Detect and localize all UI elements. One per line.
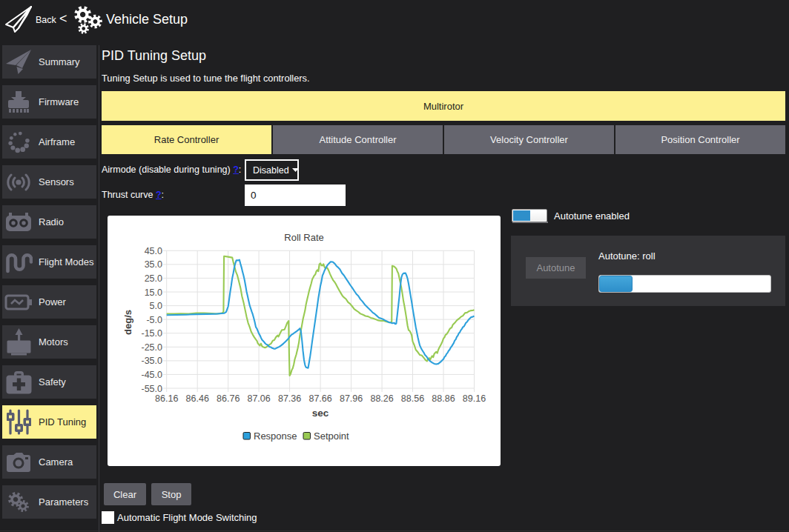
svg-text:88.86: 88.86 <box>432 393 455 404</box>
svg-text:-15.0: -15.0 <box>142 328 163 339</box>
svg-text:87.06: 87.06 <box>247 393 270 404</box>
svg-text:5.0: 5.0 <box>150 301 162 311</box>
svg-text:87.96: 87.96 <box>340 393 363 404</box>
svg-text:sec: sec <box>312 408 329 419</box>
svg-text:Roll Rate: Roll Rate <box>284 232 323 243</box>
svg-text:86.16: 86.16 <box>155 393 178 404</box>
svg-text:25.0: 25.0 <box>145 273 162 284</box>
svg-text:Setpoint: Setpoint <box>314 430 349 442</box>
svg-text:Response: Response <box>254 430 297 442</box>
svg-text:86.46: 86.46 <box>186 393 209 404</box>
svg-text:-35.0: -35.0 <box>142 356 163 366</box>
svg-text:87.66: 87.66 <box>308 393 331 404</box>
svg-text:-55.0: -55.0 <box>142 384 163 394</box>
svg-text:15.0: 15.0 <box>145 287 162 298</box>
svg-text:-25.0: -25.0 <box>142 342 163 353</box>
svg-text:87.36: 87.36 <box>278 393 301 404</box>
svg-text:-5.0: -5.0 <box>146 315 162 325</box>
svg-text:89.16: 89.16 <box>463 393 486 404</box>
svg-text:88.26: 88.26 <box>370 393 393 404</box>
svg-text:86.76: 86.76 <box>217 393 240 404</box>
svg-text:35.0: 35.0 <box>145 259 162 270</box>
svg-text:45.0: 45.0 <box>145 246 162 256</box>
svg-text:deg/s: deg/s <box>122 310 133 335</box>
svg-text:-45.0: -45.0 <box>142 370 163 380</box>
svg-text:88.56: 88.56 <box>401 393 424 404</box>
